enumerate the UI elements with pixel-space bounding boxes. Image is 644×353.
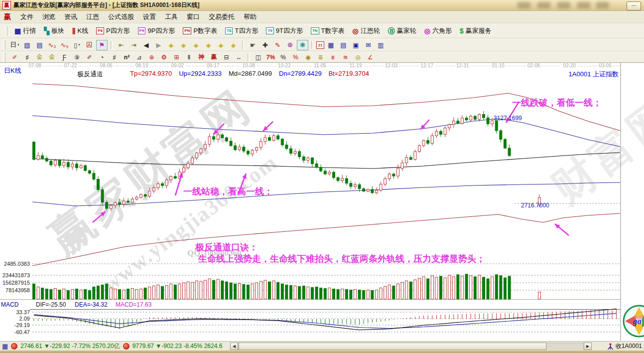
shen-tool[interactable]: 神: [196, 53, 207, 62]
percent-tool[interactable]: %: [277, 53, 289, 62]
wave-3-button[interactable]: ∿₃: [46, 40, 58, 50]
scroll-left-button[interactable]: ◀: [230, 343, 238, 350]
p9-square-button[interactable]: P99P四方形: [134, 25, 179, 36]
diamond-expand-x-button[interactable]: ◈: [190, 40, 202, 50]
channel-annotation-3: 生命线上强势走，生命线下难抬头，红蓝两条外轨线，压力支撑显势头；: [198, 253, 485, 265]
gold-compass-tool[interactable]: ◉: [302, 53, 314, 62]
toolbar-drag-handle[interactable]: [5, 26, 7, 36]
mail-button[interactable]: ✉: [363, 40, 374, 50]
crosshair-tool-button[interactable]: ✚: [259, 40, 271, 50]
wave-band-tool[interactable]: ≋: [340, 53, 351, 62]
sectors-button[interactable]: ▚板块: [40, 25, 68, 36]
ruler-tool[interactable]: ♯: [21, 53, 33, 62]
draw-pen-tool[interactable]: ✐: [9, 53, 20, 62]
period-selector[interactable]: 日▾: [9, 40, 20, 50]
diamond-compress-all-button[interactable]: ◈: [228, 40, 239, 50]
draw-pen-2-tool[interactable]: ✐: [84, 53, 95, 62]
volume-bar: [226, 282, 228, 299]
gold-levels-tool[interactable]: ≣: [315, 53, 326, 62]
chart-style-button[interactable]: ▧: [21, 40, 33, 50]
t-number-table-button[interactable]: TNT数字表: [307, 25, 349, 36]
minimize-button[interactable]: —: [627, 1, 641, 10]
menu-item-公式选股[interactable]: 公式选股: [104, 11, 138, 23]
spiral-9-tool[interactable]: ⑨: [71, 53, 83, 62]
fibonacci-ruler-tool[interactable]: Ƒ: [59, 53, 70, 62]
shanghai-index-icon[interactable]: [11, 343, 17, 350]
menu-item-文件[interactable]: 文件: [16, 11, 38, 23]
calculator-button[interactable]: ▦: [325, 40, 337, 50]
menu-item-设置[interactable]: 设置: [138, 11, 160, 23]
winner-wheel-button[interactable]: Ⓑ赢家轮: [384, 25, 420, 36]
menu-item-浏览[interactable]: 浏览: [38, 11, 60, 23]
diamond-shift-left-button[interactable]: ◈: [165, 40, 177, 50]
candle-type-selector[interactable]: ▯▾: [71, 40, 83, 50]
kline-button[interactable]: ⫼K线: [68, 25, 92, 36]
b-pen-tool[interactable]: ʙ: [327, 53, 339, 62]
percent-line-tool[interactable]: %: [290, 53, 301, 62]
prev-bar-button[interactable]: ◀: [140, 40, 152, 50]
toolbar-drag-handle[interactable]: [3, 52, 5, 62]
gann-dial-tool[interactable]: ◔: [96, 53, 108, 62]
diamond-shift-right-button[interactable]: ◈: [178, 40, 189, 50]
calendar-button[interactable]: 21: [316, 41, 324, 49]
percent-bars-tool[interactable]: ◫: [253, 53, 264, 62]
annotate-pen-button[interactable]: ✎: [272, 40, 283, 50]
flag-tool-button[interactable]: ⚑: [96, 40, 108, 50]
horizontal-scrollbar[interactable]: ◀ ▶: [230, 343, 592, 350]
quotes-grid-icon[interactable]: ▦: [2, 343, 8, 350]
p-number-table-button[interactable]: PNP数字表: [179, 25, 221, 36]
quotes-button[interactable]: ▦行情: [10, 25, 40, 36]
notepad-button[interactable]: ▤: [338, 40, 349, 50]
next-bar-button[interactable]: ▶: [153, 40, 164, 50]
shenzhen-index-icon[interactable]: [123, 343, 129, 350]
hexagon-button[interactable]: ◎六角形: [420, 25, 456, 36]
menu-item-资讯[interactable]: 资讯: [60, 11, 82, 23]
compass-circle-tool[interactable]: ⊕: [146, 53, 157, 62]
gold-ratio-tool[interactable]: 金: [34, 53, 45, 62]
gann-figure-button[interactable]: 囚: [84, 40, 95, 50]
ruler-2-tool[interactable]: ♯: [109, 53, 120, 62]
gann-wheel-button[interactable]: ◎江恩轮: [349, 25, 384, 36]
menu-item-江恩[interactable]: 江恩: [82, 11, 104, 23]
volume-bar: [152, 286, 155, 299]
p-square-button[interactable]: P8P四方形: [92, 25, 133, 36]
gann-fan-tool[interactable]: ⊿: [133, 53, 145, 62]
menu-item-工具[interactable]: 工具: [160, 11, 182, 23]
diamond-expand-all-button[interactable]: ◈: [215, 40, 227, 50]
first-page-button[interactable]: ⇤: [116, 40, 127, 50]
t9-square-button[interactable]: T99T四方形: [262, 25, 307, 36]
wave-9-button[interactable]: ∿₉: [59, 40, 70, 50]
last-page-button[interactable]: ⇥: [128, 40, 139, 50]
menu-item-窗口[interactable]: 窗口: [182, 11, 204, 23]
cloud-tool-button[interactable]: ❁: [284, 40, 296, 50]
drawing-toolbar: ✐♯金金Ƒ⑨✐◔♯n²⊿⊕❂⊞Ⅱ神赢⊟↔◫7%%%◉≣ʙ≋◎∠: [0, 52, 644, 63]
quote-list-button[interactable]: ▤: [34, 40, 45, 50]
chart-area[interactable]: 日K线 1A0001 上证指数 ga 赢家财富网www.yingjia360.c…: [0, 63, 644, 341]
save-button[interactable]: ▣: [350, 40, 362, 50]
gold-ring-tool[interactable]: ◎: [352, 53, 364, 62]
menu-item-帮助[interactable]: 帮助: [239, 11, 261, 23]
toolbar-drag-handle[interactable]: [3, 40, 5, 50]
h-marks-tool[interactable]: Ⅱ: [183, 53, 195, 62]
volume-bar: [187, 282, 189, 299]
diamond-compress-x-button[interactable]: ◈: [203, 40, 214, 50]
brain-tool-button[interactable]: ❃: [297, 40, 308, 50]
percent-7-tool[interactable]: 7%: [265, 53, 276, 62]
scrollbar-thumb[interactable]: [239, 343, 546, 350]
workstation-button[interactable]: ▥: [375, 40, 386, 50]
ruler-123-tool[interactable]: ⊟: [221, 53, 232, 62]
winner-service-button[interactable]: $赢家服务: [456, 25, 496, 36]
t-square-button[interactable]: T8T四方形: [221, 25, 262, 36]
menu-item-交易委托[interactable]: 交易委托: [204, 11, 239, 23]
n-square-tool[interactable]: n²: [121, 53, 132, 62]
width-measure-tool[interactable]: ↔: [233, 53, 245, 62]
scroll-right-button[interactable]: ▶: [584, 343, 592, 350]
angle-tool[interactable]: ∠: [365, 53, 376, 62]
gold-ratio-2-tool[interactable]: 金: [46, 53, 58, 62]
star-target-tool[interactable]: ❂: [158, 53, 170, 62]
volume-bar: [256, 283, 258, 299]
hand-tool-button[interactable]: ☛: [247, 40, 258, 50]
blurred-titlebar-item: [517, 2, 530, 8]
ying-tool[interactable]: 赢: [208, 53, 220, 62]
grid-target-tool[interactable]: ⊞: [171, 53, 182, 62]
